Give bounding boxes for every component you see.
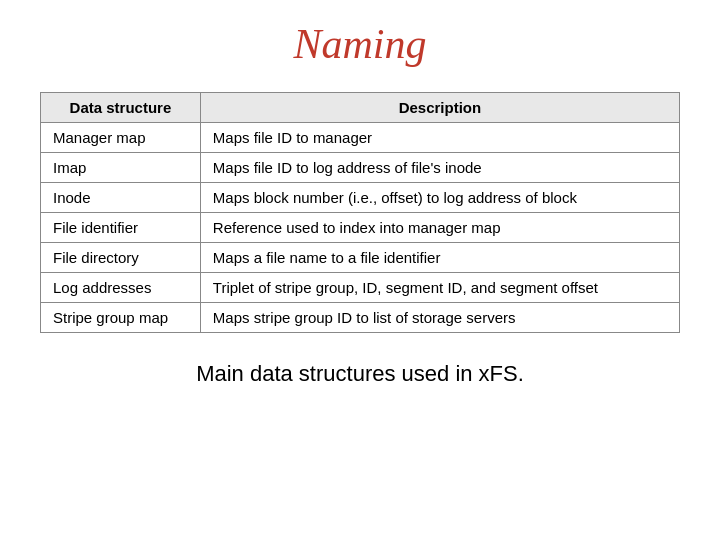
- table-row: Manager mapMaps file ID to manager: [41, 123, 680, 153]
- subtitle: Main data structures used in xFS.: [196, 361, 524, 387]
- table-row: File identifierReference used to index i…: [41, 213, 680, 243]
- table-row: InodeMaps block number (i.e., offset) to…: [41, 183, 680, 213]
- col-header-description: Description: [200, 93, 679, 123]
- cell-structure: Stripe group map: [41, 303, 201, 333]
- page-title: Naming: [293, 20, 426, 68]
- cell-structure: Imap: [41, 153, 201, 183]
- cell-structure: File directory: [41, 243, 201, 273]
- cell-description: Maps stripe group ID to list of storage …: [200, 303, 679, 333]
- cell-structure: Manager map: [41, 123, 201, 153]
- table-row: File directoryMaps a file name to a file…: [41, 243, 680, 273]
- cell-description: Maps a file name to a file identifier: [200, 243, 679, 273]
- cell-description: Triplet of stripe group, ID, segment ID,…: [200, 273, 679, 303]
- cell-description: Maps file ID to manager: [200, 123, 679, 153]
- cell-description: Maps block number (i.e., offset) to log …: [200, 183, 679, 213]
- cell-structure: Inode: [41, 183, 201, 213]
- table-row: Stripe group mapMaps stripe group ID to …: [41, 303, 680, 333]
- table-row: Log addressesTriplet of stripe group, ID…: [41, 273, 680, 303]
- cell-structure: Log addresses: [41, 273, 201, 303]
- cell-description: Maps file ID to log address of file's in…: [200, 153, 679, 183]
- data-structures-table: Data structure Description Manager mapMa…: [40, 92, 680, 333]
- col-header-structure: Data structure: [41, 93, 201, 123]
- cell-structure: File identifier: [41, 213, 201, 243]
- table-row: ImapMaps file ID to log address of file'…: [41, 153, 680, 183]
- cell-description: Reference used to index into manager map: [200, 213, 679, 243]
